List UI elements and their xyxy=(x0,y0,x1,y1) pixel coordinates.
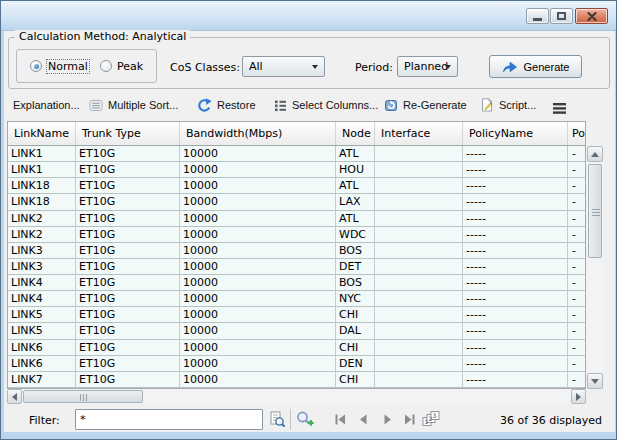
cell-interface xyxy=(375,259,463,275)
horizontal-scroll-thumb[interactable] xyxy=(23,390,143,403)
horizontal-scrollbar[interactable] xyxy=(7,389,586,404)
column-header-bandwidth[interactable]: Bandwidth(Mbps) xyxy=(180,122,336,145)
scroll-left-button[interactable] xyxy=(7,389,22,404)
script-button[interactable]: Script... xyxy=(478,95,538,115)
find-button[interactable] xyxy=(294,409,316,430)
cell-bandwidth: 10000 xyxy=(180,146,336,162)
restore-button[interactable]: Restore xyxy=(195,95,258,115)
close-icon xyxy=(587,12,597,21)
cell-pol: - xyxy=(568,146,585,162)
last-record-button[interactable] xyxy=(401,412,418,427)
cell-linkname: LINK7 xyxy=(8,372,76,388)
cell-node: CHI xyxy=(336,307,375,323)
page-numbers-icon: 123 xyxy=(422,411,440,427)
scroll-right-button[interactable] xyxy=(571,389,586,404)
cell-interface xyxy=(375,146,463,162)
table-row[interactable]: LINK5ET10G10000DAL------ xyxy=(8,323,585,339)
cell-bandwidth: 10000 xyxy=(180,291,336,307)
cell-node: ATL xyxy=(336,146,375,162)
cell-trunktype: ET10G xyxy=(76,291,180,307)
table-row[interactable]: LINK2ET10G10000ATL------ xyxy=(8,211,585,227)
cell-linkname: LINK3 xyxy=(8,243,76,259)
multiple-sort-button[interactable]: Multiple Sort... xyxy=(87,95,180,115)
table-row[interactable]: LINK18ET10G10000LAX------ xyxy=(8,194,585,210)
table-row[interactable]: LINK6ET10G10000CHI------ xyxy=(8,340,585,356)
table-row[interactable]: LINK2ET10G10000WDC------ xyxy=(8,227,585,243)
table-row[interactable]: LINK6ET10G10000DEN------ xyxy=(8,356,585,372)
column-header-node[interactable]: Node xyxy=(336,122,375,145)
go-to-page-button[interactable]: 123 xyxy=(421,410,441,427)
cos-classes-dropdown[interactable]: All xyxy=(242,56,325,77)
cell-pol: - xyxy=(568,259,585,275)
cell-trunktype: ET10G xyxy=(76,275,180,291)
previous-record-button[interactable] xyxy=(355,412,372,427)
table-header: LinkName Trunk Type Bandwidth(Mbps) Node… xyxy=(8,122,585,146)
maximize-button[interactable] xyxy=(550,8,573,24)
scroll-up-button[interactable] xyxy=(587,146,603,162)
cell-interface xyxy=(375,227,463,243)
generate-button[interactable]: Generate xyxy=(489,55,582,78)
cell-node: CHI xyxy=(336,372,375,388)
titlebar[interactable] xyxy=(1,1,616,31)
select-columns-button[interactable]: Select Columns... xyxy=(272,95,380,115)
cell-bandwidth: 10000 xyxy=(180,178,336,194)
cell-policyname: ----- xyxy=(463,227,568,243)
cell-trunktype: ET10G xyxy=(76,323,180,339)
close-button[interactable] xyxy=(575,8,608,24)
minimize-icon xyxy=(533,18,542,21)
cell-linkname: LINK2 xyxy=(8,227,76,243)
cell-policyname: ----- xyxy=(463,146,568,162)
nav-next-icon xyxy=(381,414,394,425)
cell-bandwidth: 10000 xyxy=(180,340,336,356)
cell-bandwidth: 10000 xyxy=(180,227,336,243)
table-row[interactable]: LINK4ET10G10000NYC------ xyxy=(8,291,585,307)
script-icon xyxy=(480,98,494,112)
minimize-button[interactable] xyxy=(526,8,549,24)
cell-policyname: ----- xyxy=(463,307,568,323)
cell-linkname: LINK1 xyxy=(8,146,76,162)
table-row[interactable]: LINK4ET10G10000BOS------ xyxy=(8,275,585,291)
cell-interface xyxy=(375,372,463,388)
nav-last-icon xyxy=(403,414,416,425)
cell-trunktype: ET10G xyxy=(76,307,180,323)
table-row[interactable]: LINK5ET10G10000CHI------ xyxy=(8,307,585,323)
vertical-scroll-thumb[interactable] xyxy=(588,164,602,258)
re-generate-button[interactable]: Re-Generate xyxy=(382,95,469,115)
cell-trunktype: ET10G xyxy=(76,211,180,227)
first-record-button[interactable] xyxy=(332,412,349,427)
vertical-scrollbar[interactable] xyxy=(587,146,603,389)
period-dropdown[interactable]: Planned xyxy=(397,56,458,77)
column-header-trunktype[interactable]: Trunk Type xyxy=(76,122,180,145)
cell-policyname: ----- xyxy=(463,211,568,227)
column-header-interface[interactable]: Interface xyxy=(375,122,463,145)
column-header-policyname[interactable]: PolicyName xyxy=(463,122,568,145)
cell-linkname: LINK5 xyxy=(8,307,76,323)
table-row[interactable]: LINK1ET10G10000HOU------ xyxy=(8,162,585,178)
table-row[interactable]: LINK3ET10G10000BOS------ xyxy=(8,243,585,259)
multiple-sort-label: Multiple Sort... xyxy=(108,99,178,111)
column-header-pol[interactable]: Pol xyxy=(568,122,585,145)
peak-radio[interactable]: Peak xyxy=(100,59,143,73)
cell-node: BOS xyxy=(336,243,375,259)
normal-radio[interactable]: Normal xyxy=(30,59,89,73)
column-header-linkname[interactable]: LinkName xyxy=(8,122,76,145)
re-generate-icon xyxy=(384,98,398,112)
scroll-down-button[interactable] xyxy=(587,373,603,389)
filter-input[interactable] xyxy=(75,409,263,430)
cell-node: DEN xyxy=(336,356,375,372)
menu-button[interactable] xyxy=(550,98,569,118)
filter-preview-button[interactable] xyxy=(266,409,288,430)
cell-trunktype: ET10G xyxy=(76,227,180,243)
triangle-right-icon xyxy=(576,393,581,401)
cell-linkname: LINK6 xyxy=(8,340,76,356)
record-count-text: 36 of 36 displayed xyxy=(500,414,602,427)
table-row[interactable]: LINK18ET10G10000ATL------ xyxy=(8,178,585,194)
radio-selected-icon xyxy=(30,60,42,72)
table-row[interactable]: LINK7ET10G10000CHI------ xyxy=(8,372,585,388)
table-row[interactable]: LINK3ET10G10000DET------ xyxy=(8,259,585,275)
cos-classes-value: All xyxy=(249,60,263,73)
table-row[interactable]: LINK1ET10G10000ATL------ xyxy=(8,146,585,162)
next-record-button[interactable] xyxy=(379,412,396,427)
peak-radio-label: Peak xyxy=(117,60,143,73)
explanation-button[interactable]: Explanation... xyxy=(11,95,82,115)
